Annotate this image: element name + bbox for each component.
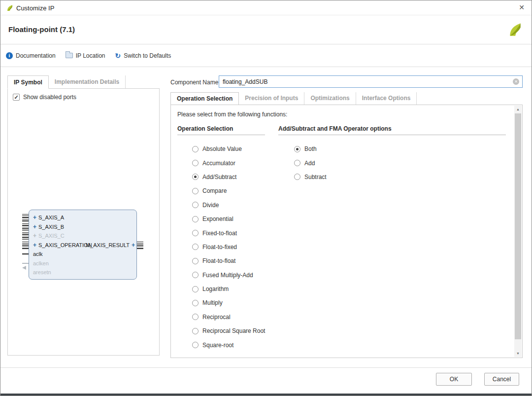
dialog-toolbar: i Documentation IP Location ↻ Switch to …: [0, 44, 532, 67]
bus-pin-icon: [22, 214, 29, 221]
tab-precision-of-inputs[interactable]: Precision of Inputs: [239, 92, 304, 105]
radio-selected-icon: [294, 146, 300, 152]
tab-optimizations[interactable]: Optimizations: [304, 92, 356, 105]
radio-icon: [192, 342, 199, 348]
prompt-text: Please select from the following functio…: [177, 111, 287, 118]
documentation-link[interactable]: i Documentation: [6, 52, 56, 59]
check-icon: ✓: [14, 95, 18, 100]
clock-pin-icon: [22, 253, 29, 254]
radio-exponential[interactable]: Exponential: [192, 212, 265, 226]
ip-location-link[interactable]: IP Location: [66, 52, 105, 59]
ip-symbol-body: ✓ Show disabled ports + S_AXIS_A + S_: [7, 89, 160, 356]
show-disabled-ports-checkbox[interactable]: ✓ Show disabled ports: [13, 94, 76, 101]
radio-fixed-to-float[interactable]: Fixed-to-float: [192, 226, 265, 240]
close-icon[interactable]: ✕: [519, 3, 525, 11]
radio-divide[interactable]: Divide: [192, 198, 265, 212]
port-s-axis-b: + S_AXIS_B: [29, 222, 136, 232]
radio-subtract[interactable]: Subtract: [294, 170, 327, 184]
radio-icon: [192, 328, 199, 334]
window-title: Customize IP: [16, 4, 54, 12]
expand-plus-icon[interactable]: +: [132, 243, 135, 248]
xilinx-logo: [506, 21, 523, 38]
expand-plus-icon[interactable]: +: [33, 224, 36, 229]
radio-add[interactable]: Add: [294, 156, 327, 170]
ip-title: Floating-point (7.1): [8, 25, 75, 34]
radio-fused-multiply-add[interactable]: Fused Multiply-Add: [192, 268, 265, 282]
component-name-input[interactable]: [219, 75, 523, 88]
radio-icon: [192, 300, 199, 306]
bus-pin-icon: [22, 242, 29, 249]
ip-symbol-panel: IP Symbol Implementation Details ✓ Show …: [7, 75, 160, 356]
scroll-down-icon[interactable]: ▼: [514, 350, 522, 357]
info-icon: i: [6, 52, 13, 59]
radio-absolute-value[interactable]: Absolute Value: [192, 142, 265, 156]
radio-float-to-float[interactable]: Float-to-float: [192, 254, 265, 268]
radio-icon: [192, 286, 199, 292]
tab-interface-options[interactable]: Interface Options: [356, 92, 417, 105]
radio-square-root[interactable]: Square-root: [192, 338, 265, 352]
radio-accumulator[interactable]: Accumulator: [192, 156, 265, 170]
port-s-axis-operation: + S_AXIS_OPERATION M_AXIS_RESULT +: [29, 241, 136, 250]
left-tabbar: IP Symbol Implementation Details: [7, 75, 160, 89]
ip-location-label: IP Location: [76, 52, 105, 59]
addsub-radio-group: Both Add Subtract: [294, 142, 327, 184]
window-bottom-edge: [0, 394, 532, 396]
ok-button[interactable]: OK: [436, 373, 472, 386]
radio-icon: [192, 314, 199, 320]
port-aresetn: aresetn: [29, 268, 136, 277]
radio-reciprocal-square-root[interactable]: Reciprocal Square Root: [192, 324, 265, 338]
port-s-axis-a: + S_AXIS_A: [29, 213, 136, 222]
divider: [0, 367, 532, 368]
radio-reciprocal[interactable]: Reciprocal: [192, 310, 265, 324]
radio-icon: [192, 216, 199, 222]
bus-pin-icon: [22, 232, 29, 240]
radio-logarithm[interactable]: Logarithm: [192, 282, 265, 296]
radio-multiply[interactable]: Multiply: [192, 296, 265, 310]
switch-to-defaults-label: Switch to Defaults: [124, 52, 171, 59]
reset-pin-icon: [22, 266, 26, 270]
bus-pin-icon: [137, 242, 143, 249]
switch-to-defaults-link[interactable]: ↻ Switch to Defaults: [115, 52, 171, 59]
show-disabled-ports-label: Show disabled ports: [23, 94, 76, 101]
scrollbar-thumb[interactable]: [515, 113, 521, 339]
radio-icon: [192, 230, 199, 236]
tab-ip-symbol[interactable]: IP Symbol: [7, 75, 49, 89]
tab-implementation-details[interactable]: Implementation Details: [49, 75, 126, 88]
radio-float-to-fixed[interactable]: Float-to-fixed: [192, 240, 265, 254]
expand-plus-icon[interactable]: +: [33, 233, 36, 238]
radio-icon: [192, 244, 199, 250]
bus-pin-icon: [22, 223, 29, 231]
operation-group-title: Operation Selection: [177, 125, 233, 132]
clear-input-icon[interactable]: ✕: [513, 78, 519, 85]
radio-icon: [192, 146, 199, 152]
refresh-icon: ↻: [115, 52, 121, 59]
radio-icon: [192, 160, 199, 166]
radio-icon: [192, 258, 199, 264]
ip-symbol-diagram: + S_AXIS_A + S_AXIS_B + S_AXIS_C + S_AXI…: [29, 210, 137, 280]
documentation-label: Documentation: [16, 52, 56, 59]
radio-add-subtract[interactable]: Add/Subtract: [192, 170, 265, 184]
config-tabbar: Operation Selection Precision of Inputs …: [170, 92, 417, 105]
operation-radio-group: Absolute Value Accumulator Add/Subtract …: [192, 142, 265, 352]
port-aclk: aclk: [29, 250, 136, 259]
scroll-up-icon[interactable]: ▲: [514, 106, 522, 113]
radio-icon: [192, 188, 199, 194]
checkbox-icon: ✓: [13, 94, 20, 101]
divider: [177, 135, 265, 135]
vertical-scrollbar[interactable]: ▲ ▼: [514, 106, 522, 357]
xilinx-logo-icon: [5, 4, 13, 12]
radio-both[interactable]: Both: [294, 142, 327, 156]
port-aclken: aclken: [29, 259, 136, 268]
dialog-header: Floating-point (7.1): [0, 15, 532, 44]
expand-plus-icon[interactable]: +: [33, 243, 36, 248]
cancel-button[interactable]: Cancel: [484, 373, 519, 386]
addsub-group-title: Add/Subtract and FMA Operator options: [278, 125, 392, 132]
expand-plus-icon[interactable]: +: [33, 215, 36, 220]
radio-icon: [294, 174, 300, 180]
port-m-axis-result: M_AXIS_RESULT +: [86, 241, 135, 250]
radio-icon: [192, 202, 199, 208]
divider: [278, 135, 506, 135]
radio-compare[interactable]: Compare: [192, 184, 265, 198]
tab-operation-selection[interactable]: Operation Selection: [170, 92, 239, 105]
port-s-axis-c: + S_AXIS_C: [29, 231, 136, 241]
